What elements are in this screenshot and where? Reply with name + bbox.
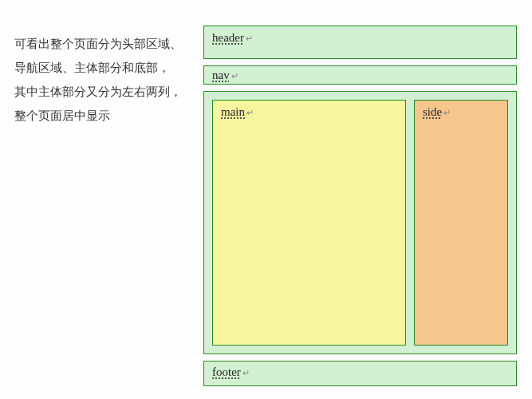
side-label: side [423,105,442,118]
description-line: 可看出整个页面分为头部区域、 [14,32,190,56]
description-line: 其中主体部分又分为左右两列， [14,80,190,104]
cr-mark: ↵ [246,34,253,43]
description-line: 导航区域、主体部分和底部， [14,56,190,80]
main-label: main [221,105,245,118]
nav-label: nav [212,69,230,81]
cr-mark: ↵ [443,108,451,117]
body-region: main↵ side↵ [203,91,517,354]
description-line: 整个页面居中显示 [14,104,190,128]
main-region: main↵ [212,100,406,346]
header-label: header [212,31,244,44]
description-text: 可看出整个页面分为头部区域、 导航区域、主体部分和底部， 其中主体部分又分为左右… [14,32,190,128]
layout-diagram: header↵ nav↵ main↵ side↵ footer↵ [203,26,517,393]
nav-region: nav↵ [203,65,517,85]
footer-region: footer↵ [203,361,517,386]
header-region: header↵ [203,26,517,59]
cr-mark: ↵ [242,368,250,377]
cr-mark: ↵ [231,71,238,81]
side-region: side↵ [414,100,508,346]
cr-mark: ↵ [246,108,254,117]
footer-label: footer [212,365,241,378]
